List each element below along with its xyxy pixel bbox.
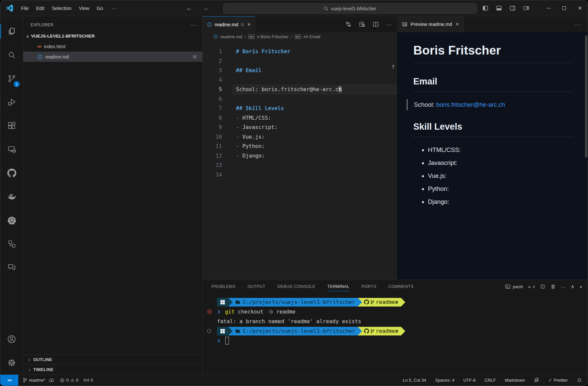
command-text: git — [225, 309, 235, 315]
close-window-button[interactable]: × — [572, 0, 588, 16]
tab-terminal[interactable]: TERMINAL — [327, 280, 349, 293]
language-mode[interactable]: Markdown — [505, 378, 525, 383]
skills-list: HTML/CSS: Javascript: Vue.js: Python: Dj… — [413, 146, 572, 205]
tab-ports[interactable]: PORTS — [361, 280, 376, 293]
line-number: 13 — [203, 161, 222, 170]
file-readme-md[interactable]: readme.md U — [23, 52, 202, 62]
breadcrumb-h2[interactable]: ## Email — [303, 34, 320, 39]
minimize-button[interactable] — [541, 0, 556, 16]
activity-explorer[interactable] — [0, 20, 23, 43]
encoding[interactable]: UTF-8 — [463, 378, 476, 383]
powerline-arrow — [401, 327, 405, 335]
back-icon[interactable]: ← — [186, 5, 192, 12]
menu-file[interactable]: File — [17, 6, 32, 11]
activity-comments[interactable] — [0, 256, 23, 279]
activity-settings[interactable] — [0, 351, 23, 374]
activity-docker[interactable] — [0, 185, 23, 208]
preview-icon — [402, 21, 408, 27]
tab-problems[interactable]: PROBLEMS — [211, 280, 236, 293]
powerline-path-segment: C:/projects/vuejs-level1-bfritscher — [233, 327, 358, 335]
terminal-prompt-line: C:/projects/vuejs-level1-bfritscher read… — [207, 297, 588, 307]
maximize-panel-icon[interactable]: ∧ — [571, 284, 574, 290]
panel-more-icon[interactable]: ··· — [561, 284, 566, 290]
explorer-more-icon[interactable]: ··· — [191, 22, 196, 28]
activity-source-control[interactable]: 1 — [0, 67, 23, 90]
search-value: vuejs-level1-bfritscher — [331, 6, 376, 11]
line-number: 14 — [203, 170, 222, 180]
problems-status[interactable]: 0 ⚠ 0 — [60, 378, 78, 383]
new-terminal-icon[interactable]: + — [528, 284, 531, 290]
powerline-arrow — [401, 298, 405, 307]
menu-selection[interactable]: Selection — [48, 6, 75, 11]
folder-root[interactable]: ∨ VUEJS-LEVEL1-BFRITSCHER — [23, 31, 202, 41]
close-panel-icon[interactable]: × — [579, 284, 582, 290]
menu-more-icon[interactable]: ··· — [107, 6, 122, 11]
forward-icon[interactable]: → — [202, 5, 209, 12]
tab-comments[interactable]: COMMENTS — [388, 280, 414, 293]
activity-remote-explorer[interactable] — [0, 138, 23, 161]
git-branch-icon — [370, 300, 374, 305]
menu-go[interactable]: Go — [93, 6, 106, 11]
toggle-secondary-sidebar-icon[interactable] — [509, 5, 516, 11]
preview-scrollbar[interactable] — [585, 36, 587, 157]
notifications-muted-icon[interactable] — [534, 377, 539, 383]
file-index-html[interactable]: <> index.html — [23, 41, 202, 52]
breadcrumb[interactable]: readme.md › abc # Boris Fritscher › abc … — [203, 32, 397, 41]
split-terminal-icon[interactable] — [540, 284, 545, 289]
outline-section[interactable]: › OUTLINE — [23, 354, 202, 364]
terminal-output-line: fatal: a branch named 'readme' already e… — [207, 317, 588, 326]
branch-status[interactable]: readme* — [23, 378, 54, 383]
toggle-sidebar-icon[interactable] — [482, 5, 489, 11]
activity-extensions[interactable] — [0, 114, 23, 138]
breadcrumb-file[interactable]: readme.md — [220, 34, 242, 39]
symbol-string-icon: abc — [248, 35, 255, 39]
editor-more-icon[interactable]: ··· — [575, 22, 588, 27]
code-editor[interactable]: 1# Boris Fritscher 2 3## Email 4 5School… — [203, 41, 397, 280]
terminal[interactable]: C:/projects/vuejs-level1-bfritscher read… — [203, 293, 588, 374]
gear-icon — [7, 358, 16, 367]
kill-terminal-icon[interactable] — [550, 284, 556, 289]
tab-readme-md[interactable]: readme.md U × — [203, 16, 255, 32]
menu-edit[interactable]: Edit — [32, 6, 48, 11]
eol-sequence[interactable]: CRLF — [485, 378, 496, 383]
list-item: Django: — [428, 198, 572, 205]
breadcrumb-h1[interactable]: # Boris Fritscher — [257, 34, 289, 39]
minimap[interactable]: T — [392, 62, 395, 72]
indentation[interactable]: Spaces: 4 — [435, 378, 455, 383]
close-tab-icon[interactable]: × — [456, 21, 459, 27]
activity-account[interactable] — [0, 327, 23, 351]
customize-layout-icon[interactable] — [523, 5, 529, 11]
panel-tabs: PROBLEMS OUTPUT DEBUG CONSOLE TERMINAL P… — [211, 280, 414, 293]
terminal-input-line[interactable] — [207, 336, 588, 345]
email-link[interactable]: boris.fritscher@he-arc.ch — [436, 101, 505, 108]
tab-debug-console[interactable]: DEBUG CONSOLE — [277, 280, 315, 293]
cursor-position[interactable]: Ln 5, Col 34 — [403, 378, 426, 383]
activity-github[interactable] — [0, 161, 23, 185]
tab-output[interactable]: OUTPUT — [248, 280, 266, 293]
activity-search[interactable] — [0, 43, 23, 67]
menu-view[interactable]: View — [75, 6, 93, 11]
layout-controls — [482, 5, 529, 11]
remote-indicator[interactable]: >< — [0, 375, 18, 386]
timeline-section[interactable]: › TIMELINE — [23, 364, 202, 374]
notifications-bell-icon[interactable] — [577, 378, 582, 383]
formatter-status[interactable]: ✓ Prettier — [548, 378, 568, 383]
activity-kubernetes[interactable] — [0, 208, 23, 232]
close-tab-icon[interactable]: × — [247, 22, 250, 28]
activity-run-debug[interactable] — [0, 90, 23, 114]
maximize-button[interactable] — [556, 0, 572, 16]
activity-containers[interactable] — [0, 232, 23, 256]
terminal-dropdown-icon[interactable]: ∨ — [532, 285, 535, 289]
command-center-search[interactable]: vuejs-level1-bfritscher — [223, 3, 477, 14]
terminal-shell-label[interactable]: pwsh — [505, 284, 523, 289]
open-preview-icon[interactable] — [359, 21, 365, 28]
markdown-preview[interactable]: Boris Fritscher Email School: boris.frit… — [397, 32, 588, 280]
ports-status[interactable]: 0 — [84, 378, 93, 383]
toggle-panel-icon[interactable] — [496, 5, 502, 11]
tab-preview-readme[interactable]: Preview readme.md × — [397, 16, 464, 32]
split-editor-icon[interactable] — [372, 21, 379, 28]
line-number: 3 — [203, 66, 222, 75]
editor-more-icon[interactable]: ··· — [386, 22, 392, 27]
compare-changes-icon[interactable] — [345, 21, 352, 28]
chevron-right-icon: › — [291, 34, 293, 39]
